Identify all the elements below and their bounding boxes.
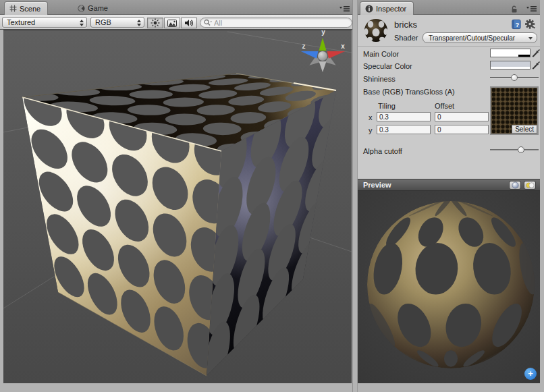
lights-icon [526, 181, 535, 189]
alpha-cutoff-slider[interactable] [490, 146, 539, 154]
tiling-y-input[interactable] [377, 125, 431, 134]
help-button[interactable]: ? [511, 19, 522, 31]
scene-search-field[interactable] [200, 18, 352, 28]
gizmo-label-y: y [321, 30, 325, 36]
sun-icon [151, 18, 160, 28]
info-icon [365, 5, 373, 13]
gizmo-axis-neg[interactable] [319, 61, 327, 72]
scene-gizmo[interactable]: yzx [301, 30, 345, 72]
color-mode-value: RGB [95, 18, 111, 26]
specular-color-swatch[interactable] [490, 61, 531, 69]
select-texture-button[interactable]: Select [512, 125, 537, 134]
scene-3d-render: yzx [3, 30, 352, 384]
tab-scene[interactable]: Scene [4, 1, 48, 15]
tab-inspector-label: Inspector [376, 5, 406, 13]
tiling-row-x-label: x [369, 113, 373, 121]
preview-title: Preview [363, 181, 391, 189]
tiling-row-y-label: y [369, 126, 373, 134]
gizmo-axis-y[interactable] [319, 38, 327, 51]
divider [358, 46, 540, 47]
color-mode-dropdown[interactable]: RGB [90, 17, 144, 28]
tab-scene-label: Scene [20, 5, 40, 13]
tab-game[interactable]: Game [73, 1, 115, 15]
specular-color-eyedropper-icon[interactable] [532, 61, 541, 69]
image-icon [167, 20, 177, 27]
preview-mesh-button[interactable] [509, 181, 521, 190]
pane-splitter[interactable] [352, 0, 358, 392]
updown-arrows-icon [137, 20, 141, 26]
shininess-label: Shininess [363, 75, 396, 83]
inspector-tabbar: Inspector [358, 0, 540, 15]
grid-icon [9, 5, 17, 12]
main-color-swatch[interactable] [490, 49, 531, 57]
slider-track [490, 149, 539, 150]
sphere-icon [512, 181, 519, 189]
specular-color-label: Specular Color [363, 62, 412, 70]
alpha-cutoff-label: Alpha cutoff [363, 147, 402, 155]
tiling-header: Tiling [378, 102, 396, 110]
material-options-button[interactable] [525, 19, 536, 31]
slider-thumb[interactable] [518, 146, 524, 153]
speaker-icon [184, 19, 194, 27]
material-preview-viewport[interactable]: + [358, 191, 540, 383]
offset-y-input[interactable] [435, 125, 489, 134]
base-map-label: Base (RGB) TransGloss (A) [363, 88, 455, 96]
gizmo-label-z: z [302, 43, 306, 50]
skybox-toggle-button[interactable] [164, 18, 180, 28]
chevron-down-icon [528, 37, 533, 40]
gizmo-axis-z[interactable] [301, 51, 319, 59]
game-icon [78, 5, 85, 12]
shininess-slider[interactable] [490, 74, 539, 82]
scene-tabbar: Scene Game [0, 0, 352, 15]
lock-icon[interactable] [510, 4, 521, 12]
draw-mode-value: Textured [7, 18, 35, 26]
scene-toolbar: Textured RGB [0, 15, 352, 30]
main-color-eyedropper-icon[interactable] [532, 49, 541, 57]
scene-viewport[interactable]: yzx [3, 30, 352, 383]
help-book-icon: ? [511, 19, 522, 30]
material-inspector: bricks Shader Transparent/Cutout/Specula… [358, 15, 540, 179]
preview-header[interactable]: Preview [358, 179, 540, 191]
slider-thumb[interactable] [511, 74, 518, 81]
preview-lighting-button[interactable] [524, 181, 536, 190]
updown-arrows-icon [80, 20, 84, 26]
shader-value: Transparent/Cutout/Specular [429, 34, 515, 42]
gizmo-label-x: x [341, 43, 345, 50]
scene-panel: Scene Game Textured RGB [0, 0, 352, 392]
base-texture-thumbnail[interactable]: Select [490, 86, 539, 135]
offset-x-input[interactable] [435, 112, 489, 121]
audio-toggle-button[interactable] [181, 18, 197, 28]
shader-label: Shader [394, 34, 418, 42]
main-color-label: Main Color [363, 50, 399, 58]
offset-header: Offset [435, 102, 454, 110]
lighting-toggle-button[interactable] [147, 18, 163, 28]
inspector-panel: Inspector [358, 0, 540, 392]
svg-text:?: ? [516, 21, 520, 28]
add-button[interactable]: + [524, 368, 537, 380]
alpha-bar [491, 67, 530, 69]
material-name: bricks [394, 20, 417, 30]
search-icon [203, 18, 213, 27]
tab-game-label: Game [88, 4, 108, 12]
alpha-bar [491, 55, 530, 57]
search-input[interactable] [214, 19, 348, 27]
material-icon [363, 18, 389, 43]
inspector-panel-menu-icon[interactable] [526, 3, 537, 11]
gear-icon [525, 19, 536, 30]
preview-3d-render [358, 191, 540, 383]
gizmo-axis-x[interactable] [327, 51, 346, 59]
tab-inspector[interactable]: Inspector [360, 1, 414, 15]
shader-dropdown[interactable]: Transparent/Cutout/Specular [423, 32, 537, 43]
scene-panel-menu-icon[interactable] [339, 3, 350, 11]
draw-mode-dropdown[interactable]: Textured [2, 17, 87, 28]
tiling-x-input[interactable] [377, 112, 431, 121]
